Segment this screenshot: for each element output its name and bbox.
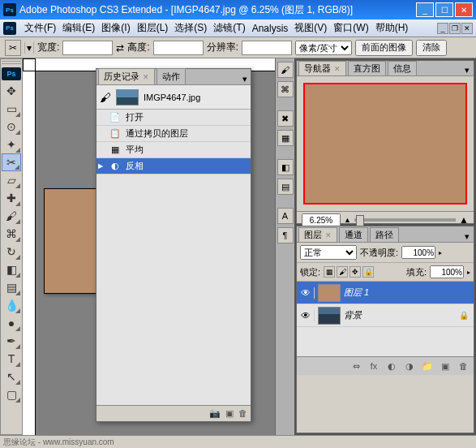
fill-dropdown-icon[interactable]: ▸ xyxy=(467,269,470,276)
layer-name[interactable]: 图层 1 xyxy=(344,286,474,299)
history-step[interactable]: 📄打开 xyxy=(96,110,251,126)
fill-input[interactable] xyxy=(430,265,464,278)
lock-position-icon[interactable]: ✥ xyxy=(349,266,361,278)
heal-tool[interactable]: ✚ xyxy=(2,189,21,207)
lasso-tool[interactable]: ⊙ xyxy=(2,118,21,136)
menu-window[interactable]: 窗口(W) xyxy=(330,19,371,37)
marquee-tool[interactable]: ▭ xyxy=(2,100,21,118)
menu-select[interactable]: 选择(S) xyxy=(171,19,210,37)
menu-view[interactable]: 视图(V) xyxy=(291,19,330,37)
layer-row[interactable]: 👁 图层 1 xyxy=(297,282,474,304)
navigator-thumbnail[interactable] xyxy=(303,83,467,205)
menu-filter[interactable]: 滤镜(T) xyxy=(210,19,248,37)
zoom-slider[interactable] xyxy=(354,218,456,222)
adjustment-layer-button[interactable]: ◑ xyxy=(402,360,417,373)
history-snapshot-row[interactable]: 🖌 IMGP4647.jpg xyxy=(96,85,251,110)
unit-select[interactable]: 像素/英寸 xyxy=(295,41,352,55)
tool-preset-dropdown[interactable]: ▾ xyxy=(24,42,34,54)
brush-tool[interactable]: 🖌 xyxy=(2,207,21,225)
dock-color-icon[interactable]: ◧ xyxy=(277,159,294,175)
lock-transparency-icon[interactable]: ▦ xyxy=(324,266,335,278)
dock-tools-icon[interactable]: ✖ xyxy=(277,110,294,127)
gradient-tool[interactable]: ▤ xyxy=(2,278,21,296)
lock-paint-icon[interactable]: 🖌 xyxy=(337,266,348,278)
layers-menu[interactable]: ▾ xyxy=(461,231,474,242)
crop-tool[interactable]: ✂ xyxy=(2,153,21,171)
menu-analysis[interactable]: Analysis xyxy=(249,21,292,36)
tab-layers[interactable]: 图层✕ xyxy=(298,227,337,242)
path-select-tool[interactable]: ↖ xyxy=(2,368,21,386)
tab-history[interactable]: 历史记录✕ xyxy=(98,68,155,84)
dock-swatches-icon[interactable]: ▦ xyxy=(277,130,294,146)
menu-help[interactable]: 帮助(H) xyxy=(372,19,412,37)
width-input[interactable] xyxy=(62,41,113,55)
minimize-button[interactable]: _ xyxy=(416,2,434,17)
delete-layer-button[interactable]: 🗑 xyxy=(456,360,470,373)
zoom-input[interactable] xyxy=(302,213,341,226)
history-step[interactable]: 📋通过拷贝的图层 xyxy=(96,126,251,142)
wand-tool[interactable]: ✦ xyxy=(2,136,21,153)
slice-tool[interactable]: ▱ xyxy=(2,171,21,189)
layer-style-button[interactable]: fx xyxy=(367,360,381,373)
new-layer-button[interactable]: ▣ xyxy=(438,360,452,373)
doc-minimize-button[interactable]: _ xyxy=(437,23,448,34)
history-panel-menu[interactable]: ▾ xyxy=(239,74,251,84)
maximize-button[interactable]: ☐ xyxy=(435,2,453,17)
crop-tool-icon[interactable]: ✂ xyxy=(5,40,21,56)
delete-state-button[interactable]: 🗑 xyxy=(238,408,247,419)
dock-styles-icon[interactable]: ▤ xyxy=(277,179,294,195)
front-image-button[interactable]: 前面的图像 xyxy=(355,40,413,56)
dock-paragraph-icon[interactable]: ¶ xyxy=(277,227,294,243)
move-tool[interactable]: ✥ xyxy=(2,82,21,100)
opacity-input[interactable] xyxy=(401,246,435,259)
pen-tool[interactable]: ✒ xyxy=(2,332,21,350)
tab-actions[interactable]: 动作 xyxy=(157,68,186,84)
shape-tool[interactable]: ▢ xyxy=(2,386,21,403)
tab-navigator[interactable]: 导航器✕ xyxy=(298,61,346,75)
eraser-tool[interactable]: ◧ xyxy=(2,261,21,278)
toolbox-handle[interactable] xyxy=(2,61,21,66)
dock-character-icon[interactable]: A xyxy=(277,208,294,224)
clear-button[interactable]: 清除 xyxy=(416,40,447,56)
menu-edit[interactable]: 编辑(E) xyxy=(59,19,98,37)
height-input[interactable] xyxy=(153,41,204,55)
swap-icon[interactable]: ⇄ xyxy=(116,42,124,54)
link-layers-button[interactable]: ⇔ xyxy=(349,360,363,373)
stamp-tool[interactable]: ⌘ xyxy=(2,225,21,243)
tab-channels[interactable]: 通道 xyxy=(339,227,368,242)
doc-close-button[interactable]: ✕ xyxy=(461,23,473,34)
navigator-menu[interactable]: ▾ xyxy=(461,65,474,75)
tab-histogram[interactable]: 直方图 xyxy=(348,61,386,75)
new-document-button[interactable]: ▣ xyxy=(225,408,234,419)
zoom-in-icon[interactable]: ▲ xyxy=(459,214,469,226)
zoom-out-icon[interactable]: ▲ xyxy=(344,216,351,224)
ps-menu-icon[interactable]: Ps xyxy=(3,22,16,35)
doc-restore-button[interactable]: ❐ xyxy=(449,23,461,34)
dodge-tool[interactable]: ● xyxy=(2,314,21,332)
ruler-vertical[interactable] xyxy=(23,71,36,435)
opacity-dropdown-icon[interactable]: ▸ xyxy=(439,249,442,256)
tab-info[interactable]: 信息 xyxy=(388,61,417,75)
menu-image[interactable]: 图像(I) xyxy=(98,19,133,37)
resolution-input[interactable] xyxy=(242,41,292,55)
history-step[interactable]: ▦平均 xyxy=(96,142,251,158)
blend-mode-select[interactable]: 正常 xyxy=(300,245,357,260)
visibility-toggle[interactable]: 👁 xyxy=(297,310,315,321)
blur-tool[interactable]: 💧 xyxy=(2,296,21,314)
ruler-origin[interactable] xyxy=(23,58,36,71)
tab-paths[interactable]: 路径 xyxy=(370,227,399,242)
close-button[interactable]: ✕ xyxy=(455,2,473,17)
menu-file[interactable]: 文件(F) xyxy=(21,19,59,37)
new-group-button[interactable]: 📁 xyxy=(420,360,435,373)
layer-row[interactable]: 👁 背景 🔒 xyxy=(297,304,474,327)
history-brush-tool[interactable]: ↻ xyxy=(2,243,21,261)
layer-name[interactable]: 背景 xyxy=(344,309,459,321)
lock-all-icon[interactable]: 🔒 xyxy=(362,266,374,278)
dock-clone-icon[interactable]: ⌘ xyxy=(277,81,294,97)
visibility-toggle[interactable]: 👁 xyxy=(297,287,315,299)
history-step[interactable]: ▶◐反相 xyxy=(96,158,251,174)
type-tool[interactable]: T xyxy=(2,350,21,368)
menu-layer[interactable]: 图层(L) xyxy=(134,19,172,37)
new-snapshot-button[interactable]: 📷 xyxy=(209,408,221,419)
dock-brushes-icon[interactable]: 🖌 xyxy=(277,62,294,78)
